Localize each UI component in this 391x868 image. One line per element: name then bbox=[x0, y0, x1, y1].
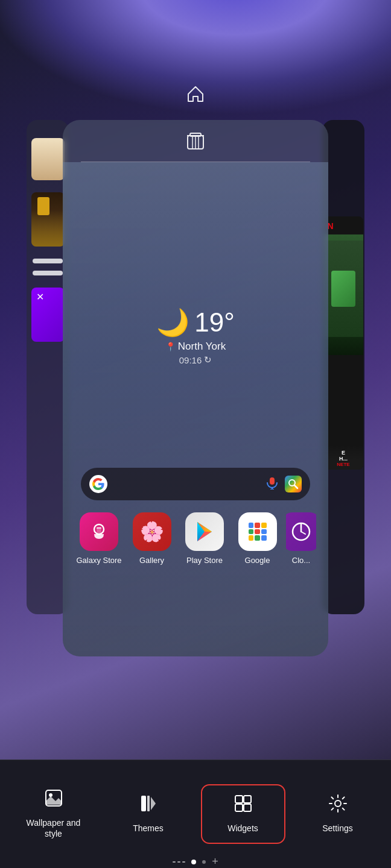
page-indicators: + bbox=[173, 855, 218, 868]
indicator-line-2 bbox=[177, 861, 180, 863]
app-galaxy-store[interactable]: Galaxy Store bbox=[75, 512, 123, 565]
delete-screen-icon[interactable] bbox=[187, 131, 204, 154]
google-label: Google bbox=[245, 556, 270, 565]
clocks-icon bbox=[286, 512, 316, 551]
lens-icon[interactable] bbox=[285, 476, 302, 492]
moon-icon: 🌙 bbox=[156, 307, 189, 338]
svg-rect-6 bbox=[270, 477, 275, 485]
app-clocks[interactable]: Clo... bbox=[286, 512, 316, 565]
card-body: 🌙 19° 📍 North York 09:16 ↻ bbox=[63, 162, 328, 656]
gallery-icon: 🌸 bbox=[133, 512, 171, 551]
svg-line-15 bbox=[301, 532, 305, 534]
left-card-img2 bbox=[31, 192, 65, 247]
screens-area: ✕ bbox=[0, 120, 391, 840]
home-icon[interactable] bbox=[186, 84, 205, 108]
google-search-bar[interactable] bbox=[81, 468, 310, 500]
app-dock: Galaxy Store 🌸 Gallery bbox=[63, 512, 328, 577]
left-card-bar2 bbox=[33, 271, 63, 275]
weather-widget[interactable]: 🌙 19° 📍 North York 09:16 ↻ bbox=[156, 307, 235, 365]
netflix-title: EH... bbox=[326, 450, 361, 462]
page-dot-1[interactable] bbox=[191, 860, 196, 864]
left-card-bar bbox=[33, 259, 63, 263]
weather-main-row: 🌙 19° bbox=[156, 307, 235, 338]
main-screen-card[interactable]: 🌙 19° 📍 North York 09:16 ↻ bbox=[63, 120, 328, 656]
google-logo bbox=[89, 475, 107, 493]
app-play-store[interactable]: Play Store bbox=[180, 512, 229, 565]
pin-icon: 📍 bbox=[165, 342, 176, 351]
indicator-lines bbox=[173, 861, 185, 863]
left-card-img1 bbox=[31, 138, 65, 180]
app-google[interactable]: Google bbox=[234, 512, 282, 565]
clocks-label: Clo... bbox=[292, 556, 310, 565]
app-gallery[interactable]: 🌸 Gallery bbox=[128, 512, 176, 565]
gallery-label: Gallery bbox=[139, 556, 164, 565]
play-store-icon bbox=[185, 512, 224, 551]
play-store-label: Play Store bbox=[186, 556, 223, 565]
right-screen-card[interactable]: N EH... NETE bbox=[322, 120, 364, 614]
location-row: 📍 North York bbox=[165, 341, 226, 353]
galaxy-store-icon bbox=[80, 512, 118, 551]
indicator-line-1 bbox=[173, 861, 176, 863]
google-icon bbox=[238, 512, 277, 551]
location-text: North York bbox=[178, 341, 226, 353]
refresh-icon: ↻ bbox=[204, 354, 212, 365]
microphone-icon[interactable] bbox=[265, 476, 279, 492]
main-container: ✕ bbox=[0, 0, 391, 868]
indicator-line-3 bbox=[182, 861, 185, 863]
galaxy-store-label: Galaxy Store bbox=[76, 556, 121, 565]
time-text: 09:16 bbox=[179, 355, 202, 365]
svg-line-10 bbox=[294, 485, 297, 488]
netflix-sub: NETE bbox=[326, 462, 361, 467]
temperature-text: 19° bbox=[194, 307, 235, 338]
netflix-preview: N EH... NETE bbox=[324, 216, 363, 470]
page-dot-2[interactable] bbox=[202, 860, 206, 864]
time-row: 09:16 ↻ bbox=[179, 354, 212, 365]
add-page-icon[interactable]: + bbox=[212, 855, 218, 868]
left-card-purple: ✕ bbox=[31, 288, 65, 342]
